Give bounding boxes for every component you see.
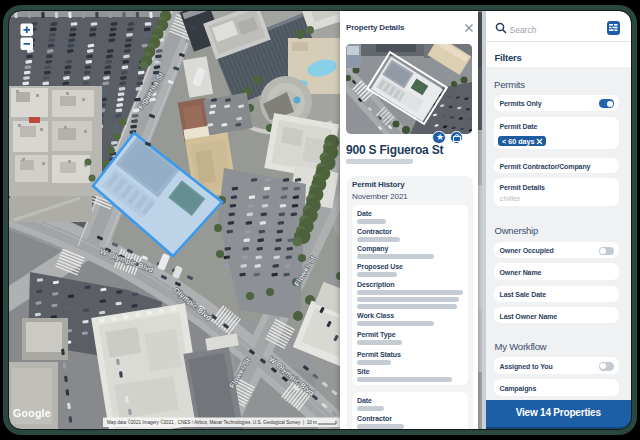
svg-text:Map data ©2021 Imagery ©2021 ,: Map data ©2021 Imagery ©2021 , CNES / Ai…: [107, 419, 317, 425]
svg-text:Google: Google: [13, 407, 51, 419]
